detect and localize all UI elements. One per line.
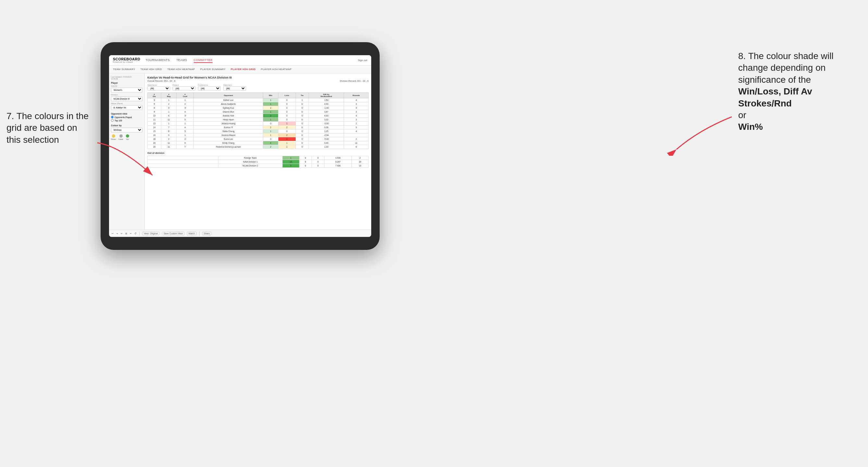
colour-by-title: Colour by <box>111 124 143 127</box>
top-100-radio[interactable]: Top 100 <box>111 119 143 122</box>
toolbar-divider <box>139 231 140 236</box>
opponent-select[interactable]: (All) <box>223 86 246 91</box>
bottom-toolbar: ↩ ↪ ↩ ⊞ ✂ ⏱ View: Original Save Custom V… <box>109 230 371 237</box>
th-rounds: Rounds <box>344 93 369 98</box>
region-filter: Region (All) <box>173 84 195 91</box>
table-row: 13 1 1 Jessica Huang 0 1 0 -3.00 2 <box>148 122 369 126</box>
redo-icon[interactable]: ↪ <box>116 232 118 235</box>
sub-nav-team-summary[interactable]: TEAM SUMMARY <box>113 68 135 71</box>
table-row: NAIA Division 1 15 0 0 9.267 30 <box>148 160 369 164</box>
nav-committee[interactable]: COMMITTEE <box>194 58 213 63</box>
region-select[interactable]: (All) <box>173 86 195 91</box>
forward-icon[interactable]: ↩ <box>121 232 123 235</box>
toolbar-divider-2 <box>199 231 199 236</box>
cut-icon[interactable]: ✂ <box>130 232 132 235</box>
gender-label: Gender <box>111 85 143 87</box>
nav-tournaments[interactable]: TOURNAMENTS <box>145 58 170 63</box>
table-row: 5 2 2 Alexis Sudjianto 1 0 0 4.00 3 <box>148 102 369 106</box>
annotation-right: 8. The colour shade will change dependin… <box>738 50 862 133</box>
opponent-view-title: Opponent view <box>111 113 143 115</box>
right-arrow <box>667 114 741 156</box>
conference-filter: Conference (All) <box>198 84 221 91</box>
sub-nav-player-h2h-grid[interactable]: PLAYER H2H GRID <box>231 68 256 71</box>
colour-dot-up <box>126 134 129 137</box>
colour-by-select[interactable]: Win/loss <box>111 128 143 132</box>
gender-select[interactable]: Women's <box>111 88 143 93</box>
out-of-division-table: Foreign Team 1 0 0 4.500 2 NAIA Division… <box>147 156 369 168</box>
th-tie: Tie <box>296 93 309 98</box>
last-updated: Last Updated: 27/03/2024 16:55:38 <box>111 76 143 80</box>
opponents-filter: Opponents: (All) <box>147 84 170 91</box>
table-row: 18 2 2 Euna Lee 0 1 0 -5.00 2 <box>148 137 369 141</box>
watch-btn[interactable]: Watch <box>187 232 197 235</box>
nav-teams[interactable]: TEAMS <box>176 58 187 63</box>
content-area: Katelyn Vo Head-to-Head Grid for Women's… <box>145 73 371 230</box>
division-record: Division Record: 331 - 34 - 6 <box>340 80 369 82</box>
view-original-btn[interactable]: View: Original <box>142 232 159 235</box>
overall-record: Overall Record: 353 - 34 - 6 <box>147 80 175 82</box>
table-row: 16 3 1 Jessica Mason 1 2 0 -0.94 <box>148 133 369 137</box>
th-win: Win <box>263 93 278 98</box>
sidebar-player-section: Player Gender Women's Division NCAA Divi… <box>111 82 143 110</box>
table-row: 20 11 6 Emily Chang 4 1 0 0.30 11 <box>148 141 369 145</box>
share-btn[interactable]: Share <box>202 232 212 235</box>
colour-dot-down <box>112 134 115 137</box>
opponent-filter: Opponent (All) <box>223 84 246 91</box>
division-select[interactable]: NCAA Division III <box>111 96 143 101</box>
left-arrow <box>88 139 162 185</box>
table-row: 11 11 5 Heejo Hyun 1 0 0 3.33 3 <box>148 118 369 122</box>
sub-nav-player-h2h-heatmap[interactable]: PLAYER H2H HEATMAP <box>261 68 292 71</box>
th-opponent: Opponent <box>194 93 263 98</box>
table-row: NCAA Division 2 5 0 0 7.400 10 <box>148 164 369 168</box>
player-section-title: Player <box>111 82 143 84</box>
grid-title: Katelyn Vo Head-to-Head Grid for Women's… <box>147 76 369 79</box>
colour-by-section: Colour by Win/loss Down Level <box>111 124 143 140</box>
colour-dot-level <box>119 134 123 137</box>
opponent-view-section: Opponent view Opponents Played Top 100 <box>111 113 143 122</box>
h2h-table: #Div #Reg #Conf Opponent Win Loss Tie Di… <box>147 93 369 149</box>
save-custom-btn[interactable]: Save Custom View <box>162 232 184 235</box>
player-rank-select[interactable]: 8. Katelyn Vo <box>111 105 143 110</box>
sub-nav-player-summary[interactable]: PLAYER SUMMARY <box>200 68 225 71</box>
player-rank-label: Player (Rank) <box>111 102 143 104</box>
clock-icon[interactable]: ⏱ <box>134 232 136 235</box>
table-row: 3 1 1 Esther Lee 1 0 1 1.50 4 <box>148 98 369 102</box>
undo-icon[interactable]: ↩ <box>112 232 114 235</box>
nav-links: TOURNAMENTS TEAMS COMMITTEE <box>145 58 213 63</box>
table-row: 6 3 3 Sydney Kuo 1 0 0 -1.00 3 <box>148 106 369 110</box>
th-conf: #Conf <box>177 93 194 98</box>
out-of-division-header: Out of division <box>147 152 369 154</box>
copy-icon[interactable]: ⊞ <box>125 232 127 235</box>
filters-row: Opponents: (All) Region (All) Conference <box>147 84 369 91</box>
division-label: Division <box>111 94 143 96</box>
th-loss: Loss <box>278 93 296 98</box>
th-div: #Div <box>148 93 161 98</box>
th-diff: Diff AvStrokes/Rnd <box>309 93 344 98</box>
table-row: 20 11 7 Federica Domecq Lacroze 2 1 0 1.… <box>148 145 369 149</box>
grid-subtitle: Overall Record: 353 - 34 - 6 Division Re… <box>147 80 369 82</box>
annotation-bold-win-loss: Win/Loss, <box>738 86 781 96</box>
th-reg: #Reg <box>161 93 177 98</box>
top-nav: SCOREBOARD Powered by clippd TOURNAMENTS… <box>109 55 371 66</box>
table-row: 9 1 4 Sharon Mun 1 0 0 3.67 3 <box>148 110 369 114</box>
annotation-left: 7. The colours in the grid are based on … <box>6 110 91 146</box>
table-row: Foreign Team 1 0 0 4.500 2 <box>148 156 369 160</box>
opponents-select[interactable]: (All) <box>147 86 170 91</box>
table-row: 10 6 3 Andrea York 2 0 0 4.00 4 <box>148 114 369 118</box>
sub-nav: TEAM SUMMARY TEAM H2H GRID TEAM H2H HEAT… <box>109 66 371 73</box>
table-row: 14 7 4 Eunice Yi 2 2 0 0.38 9 <box>148 126 369 129</box>
annotation-bold-winpct: Win% <box>738 122 763 132</box>
radio-group: Opponents Played Top 100 <box>111 116 143 122</box>
logo: SCOREBOARD Powered by clippd <box>113 57 140 63</box>
sub-nav-team-h2h-grid[interactable]: TEAM H2H GRID <box>141 68 162 71</box>
nav-sign-out[interactable]: Sign out <box>358 59 367 62</box>
sub-nav-team-h2h-heatmap[interactable]: TEAM H2H HEATMAP <box>167 68 195 71</box>
opponents-played-radio[interactable]: Opponents Played <box>111 116 143 119</box>
table-row: 15 8 5 Stella Cheng 1 0 0 1.25 4 <box>148 129 369 133</box>
conference-select[interactable]: (All) <box>198 86 221 91</box>
